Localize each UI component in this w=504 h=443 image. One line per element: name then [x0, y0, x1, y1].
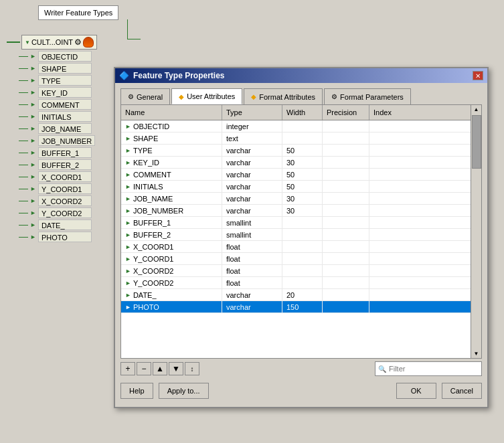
- dialog-content: ⚙ General ◆ User Attributes ◆ Format Att…: [115, 83, 487, 407]
- field-label: BUFFER_1: [38, 147, 92, 158]
- table-row[interactable]: ►BUFFER_2 smallint: [121, 229, 471, 241]
- field-line: [19, 225, 28, 226]
- table-row-selected[interactable]: ►PHOTO varchar 150: [121, 301, 471, 313]
- row-arrow-icon: ►: [125, 171, 131, 178]
- tab-general[interactable]: ⚙ General: [120, 88, 170, 104]
- tab-format-parameters[interactable]: ⚙ Format Parameters: [324, 88, 411, 104]
- cell-precision: [323, 120, 369, 132]
- table-row[interactable]: ►TYPE varchar 50: [121, 145, 471, 157]
- move-up-button[interactable]: ▲: [153, 362, 167, 375]
- row-arrow-icon: ►: [125, 268, 131, 274]
- list-item: ► Y_COORD2: [19, 207, 95, 219]
- dialog-title-left: 🔷 Feature Type Properties: [119, 71, 225, 80]
- field-arrow-icon: ►: [30, 53, 36, 60]
- cell-precision: [323, 145, 369, 156]
- cell-index: [369, 217, 471, 228]
- cell-index: [369, 301, 471, 313]
- left-panel: Writer Feature Types ▼ CULT...OINT ⚙ ► O…: [0, 0, 114, 443]
- row-arrow-icon: ►: [125, 280, 131, 286]
- row-arrow-icon: ►: [125, 244, 131, 250]
- field-line: [19, 237, 28, 238]
- field-line: [19, 92, 28, 93]
- cell-precision: [323, 289, 369, 300]
- cell-width: 50: [282, 181, 323, 192]
- cell-precision: [323, 193, 369, 204]
- list-item: ► COMMENT: [19, 98, 95, 110]
- list-item: ► DATE_: [19, 219, 95, 231]
- field-label: X_COORD1: [38, 171, 92, 182]
- vertical-scrollbar[interactable]: ▲ ▼: [471, 105, 481, 358]
- table-row[interactable]: ►SHAPE text: [121, 132, 471, 145]
- row-arrow-icon: ►: [125, 304, 131, 311]
- cell-type: varchar: [222, 145, 282, 156]
- filter-input[interactable]: [389, 365, 469, 373]
- cell-index: [369, 169, 471, 180]
- field-line: [19, 165, 28, 165]
- table-row[interactable]: ►X_COORD1 float: [121, 241, 471, 253]
- field-label: INITIALS: [38, 111, 92, 122]
- table-row[interactable]: ►KEY_ID varchar 30: [121, 157, 471, 169]
- tab-user-attributes[interactable]: ◆ User Attributes: [171, 88, 242, 104]
- help-button[interactable]: Help: [120, 383, 153, 399]
- table-row[interactable]: ►Y_COORD2 float: [121, 277, 471, 289]
- ok-button[interactable]: OK: [396, 383, 436, 399]
- table-body[interactable]: ►OBJECTID integer ►SHAPE text: [121, 120, 471, 358]
- cell-index: [369, 193, 471, 204]
- cell-name: ►BUFFER_1: [121, 217, 222, 228]
- field-line: [19, 189, 28, 189]
- table-row[interactable]: ►Y_COORD1 float: [121, 253, 471, 265]
- bottom-toolbar: + − ▲ ▼ ↕ 🔍: [120, 359, 482, 379]
- table-row[interactable]: ►DATE_ varchar 20: [121, 289, 471, 301]
- table-row[interactable]: ►JOB_NAME varchar 30: [121, 193, 471, 205]
- cancel-button[interactable]: Cancel: [442, 383, 482, 399]
- cell-name: ►X_COORD2: [121, 265, 222, 276]
- node-box[interactable]: ▼ CULT...OINT ⚙: [21, 35, 97, 50]
- field-label: COMMENT: [38, 99, 92, 110]
- move-down-button[interactable]: ▼: [169, 362, 183, 375]
- cell-type: varchar: [222, 169, 282, 180]
- table-row[interactable]: ►X_COORD2 float: [121, 265, 471, 277]
- field-arrow-icon: ►: [30, 113, 36, 120]
- scroll-down-button[interactable]: ▼: [473, 349, 481, 358]
- user-attrs-tab-icon: ◆: [179, 93, 184, 100]
- row-arrow-icon: ►: [125, 256, 131, 262]
- add-row-button[interactable]: +: [120, 362, 135, 375]
- table-row[interactable]: ►JOB_NUMBER varchar 30: [121, 205, 471, 217]
- field-arrow-icon: ►: [30, 209, 36, 216]
- cell-index: [369, 132, 471, 144]
- field-label: Y_COORD2: [38, 207, 92, 218]
- scrollbar-thumb[interactable]: [472, 115, 481, 169]
- cell-name: ►JOB_NUMBER: [121, 205, 222, 216]
- list-item: ► INITIALS: [19, 110, 95, 122]
- table-row[interactable]: ►OBJECTID integer: [121, 120, 471, 132]
- cell-width: [282, 217, 323, 228]
- row-arrow-icon: ►: [125, 123, 131, 130]
- cell-index: [369, 229, 471, 240]
- list-item: ► JOB_NAME: [19, 122, 95, 135]
- tab-format-attributes[interactable]: ◆ Format Attributes: [244, 88, 323, 104]
- cell-precision: [323, 181, 369, 192]
- field-line: [19, 104, 28, 105]
- table-row[interactable]: ►INITIALS varchar 50: [121, 181, 471, 193]
- cell-name: ►Y_COORD1: [121, 253, 222, 264]
- scroll-up-button[interactable]: ▲: [473, 105, 481, 114]
- dialog-title-text: Feature Type Properties: [133, 71, 225, 80]
- dialog-titlebar: 🔷 Feature Type Properties ✕: [115, 68, 487, 83]
- remove-row-button[interactable]: −: [137, 362, 151, 375]
- table-row[interactable]: ►BUFFER_1 smallint: [121, 217, 471, 229]
- cell-name: ►SHAPE: [121, 132, 222, 144]
- node-connector: [7, 41, 20, 43]
- node-gear-icon: ⚙: [74, 37, 82, 47]
- node-expand-icon: ▼: [25, 39, 30, 46]
- action-buttons: Help Apply to... OK Cancel: [120, 379, 482, 402]
- row-arrow-icon: ►: [125, 207, 131, 214]
- apply-to-button[interactable]: Apply to...: [159, 383, 209, 399]
- field-arrow-icon: ►: [30, 137, 36, 144]
- table-row[interactable]: ►COMMENT varchar 50: [121, 169, 471, 181]
- cell-index: [369, 265, 471, 276]
- feature-node[interactable]: ▼ CULT...OINT ⚙: [7, 35, 97, 50]
- reset-button[interactable]: ↕: [185, 362, 199, 375]
- cell-width: 50: [282, 169, 323, 180]
- dialog-close-button[interactable]: ✕: [473, 71, 483, 80]
- cell-width: 20: [282, 289, 323, 300]
